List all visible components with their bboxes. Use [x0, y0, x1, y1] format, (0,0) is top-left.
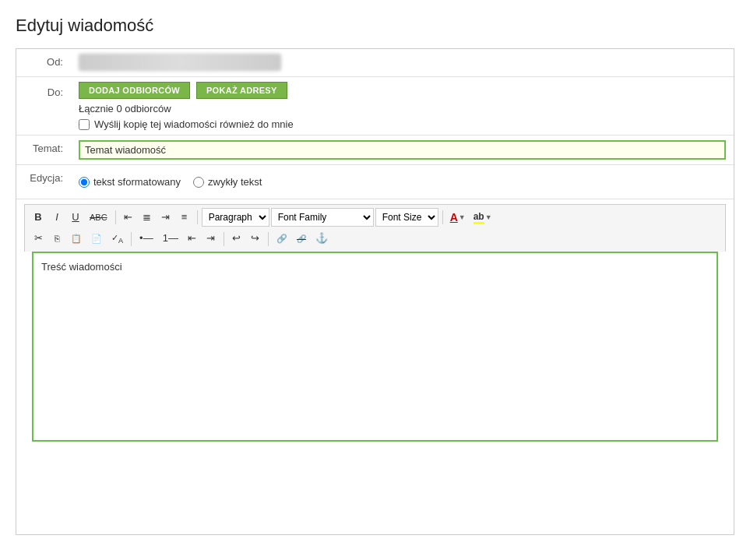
from-content	[71, 49, 734, 76]
link-icon: 🔗	[276, 234, 287, 243]
font-color-chevron: ▼	[459, 213, 466, 221]
toolbar-separator-5	[224, 232, 224, 246]
highlight-chevron: ▼	[485, 213, 492, 221]
cut-icon: ✂	[34, 232, 43, 244]
indent-more-icon: ⇥	[206, 232, 215, 244]
from-email	[79, 54, 281, 71]
toolbar-separator-4	[131, 232, 132, 246]
copy-icon: ⎘	[55, 234, 60, 243]
toolbar-separator-1	[115, 210, 116, 224]
editor-toolbar: B I U ABC ⇤ ≣ ⇥	[24, 204, 726, 252]
align-justify-icon: ≡	[181, 211, 188, 223]
align-center-button[interactable]: ≣	[139, 209, 156, 227]
indent-less-button[interactable]: ⇤	[184, 230, 201, 248]
editor-wrapper[interactable]: Treść wiadomości	[32, 252, 718, 442]
paste-word-icon: 📄	[91, 234, 102, 243]
form-container: Od: Do: DODAJ ODBIORCÓW POKAŻ ADRESY Łąc…	[16, 48, 734, 450]
ul-button[interactable]: •—	[136, 230, 157, 248]
editor-section: B I U ABC ⇤ ≣ ⇥	[16, 199, 734, 449]
highlight-button[interactable]: ab ▼	[470, 210, 495, 226]
add-recipients-button[interactable]: DODAJ ODBIORCÓW	[79, 82, 190, 99]
indent-more-button[interactable]: ⇥	[202, 230, 220, 248]
font-family-select[interactable]: Font Family Arial Times New Roman	[271, 208, 374, 227]
subject-label: Temat:	[16, 136, 71, 160]
ul-icon: •—	[139, 232, 153, 244]
edit-mode-content: tekst sformatowany zwykły tekst	[71, 165, 734, 199]
copy-to-me-label[interactable]: Wyślij kopię tej wiadomości również do m…	[94, 118, 294, 130]
spell-icon: ✓A	[111, 233, 123, 242]
align-right-button[interactable]: ⇥	[157, 209, 174, 227]
copy-to-me-checkbox[interactable]	[79, 119, 90, 130]
toolbar-row-2: ✂ ⎘ 📋 📄 ✓A	[30, 229, 720, 248]
font-color-button[interactable]: A ▼	[447, 210, 469, 225]
anchor-icon: ⚓	[315, 232, 328, 244]
font-color-icon: A	[450, 211, 458, 224]
page-title: Edytuj wiadomość	[16, 16, 734, 36]
radio-formatted-input[interactable]	[79, 177, 90, 188]
paste-button[interactable]: 📋	[67, 230, 86, 248]
paste-icon: 📋	[71, 234, 82, 243]
editor-content-area[interactable]: Treść wiadomości	[33, 253, 717, 440]
subject-content	[71, 136, 734, 164]
copy-to-me-row: Wyślij kopię tej wiadomości również do m…	[79, 118, 726, 130]
subject-row: Temat:	[16, 136, 734, 165]
ol-icon: 1—	[163, 232, 178, 244]
align-center-icon: ≣	[143, 211, 151, 223]
radio-formatted-label: tekst sformatowany	[93, 176, 181, 188]
to-label: Do:	[16, 77, 71, 104]
toolbar-separator-6	[268, 232, 269, 246]
subject-input[interactable]	[79, 140, 726, 160]
to-buttons: DODAJ ODBIORCÓW POKAŻ ADRESY	[79, 82, 726, 99]
copy-button[interactable]: ⎘	[48, 230, 65, 248]
edit-mode-options: tekst sformatowany zwykły tekst	[79, 170, 726, 194]
font-size-select[interactable]: Font Size 8 10 12 14	[375, 208, 438, 227]
edit-mode-row: Edycja: tekst sformatowany zwykły tekst	[16, 165, 734, 199]
link-button[interactable]: 🔗	[273, 230, 291, 248]
spell-button[interactable]: ✓A	[107, 229, 127, 248]
to-content: DODAJ ODBIORCÓW POKAŻ ADRESY Łącznie 0 o…	[71, 77, 734, 135]
underline-button[interactable]: U	[67, 209, 84, 227]
bottom-section	[16, 449, 734, 535]
undo-icon: ↩	[232, 232, 241, 244]
paste-word-button[interactable]: 📄	[87, 230, 106, 248]
anchor-button[interactable]: ⚓	[312, 230, 332, 248]
strikethrough-button[interactable]: ABC	[86, 210, 111, 225]
paragraph-select[interactable]: Paragraph Heading 1 Heading 2 Heading 3	[202, 208, 269, 227]
editor-row: B I U ABC ⇤ ≣ ⇥	[16, 199, 734, 449]
indent-less-icon: ⇤	[188, 232, 196, 244]
redo-icon: ↪	[251, 232, 259, 244]
unlink-icon: 🔗	[297, 234, 306, 243]
ol-button[interactable]: 1—	[159, 230, 182, 248]
radio-plain[interactable]: zwykły tekst	[193, 176, 262, 188]
italic-button[interactable]: I	[48, 209, 65, 227]
unlink-button[interactable]: 🔗	[293, 230, 310, 248]
toolbar-row-1: B I U ABC ⇤ ≣ ⇥	[30, 208, 720, 227]
cut-button[interactable]: ✂	[30, 230, 47, 248]
align-justify-button[interactable]: ≡	[176, 209, 193, 227]
show-addresses-button[interactable]: POKAŻ ADRESY	[196, 82, 287, 99]
toolbar-separator-3	[442, 210, 443, 224]
bold-button[interactable]: B	[30, 209, 47, 227]
from-label: Od:	[16, 49, 71, 74]
edit-mode-label: Edycja:	[16, 165, 71, 190]
undo-button[interactable]: ↩	[228, 230, 245, 248]
redo-button[interactable]: ↪	[247, 230, 264, 248]
radio-formatted[interactable]: tekst sformatowany	[79, 176, 181, 188]
align-left-icon: ⇤	[124, 211, 132, 223]
recipients-count: Łącznie 0 odbiorców	[79, 103, 726, 114]
align-right-icon: ⇥	[161, 211, 170, 223]
radio-plain-input[interactable]	[193, 177, 204, 188]
align-left-button[interactable]: ⇤	[120, 209, 137, 227]
from-row: Od:	[16, 49, 734, 77]
toolbar-separator-2	[197, 210, 198, 224]
highlight-icon: ab	[474, 211, 484, 224]
to-row: Do: DODAJ ODBIORCÓW POKAŻ ADRESY Łącznie…	[16, 77, 734, 136]
radio-plain-label: zwykły tekst	[208, 176, 262, 188]
page-wrapper: Edytuj wiadomość Od: Do: DODAJ ODBIORCÓW…	[0, 0, 750, 560]
